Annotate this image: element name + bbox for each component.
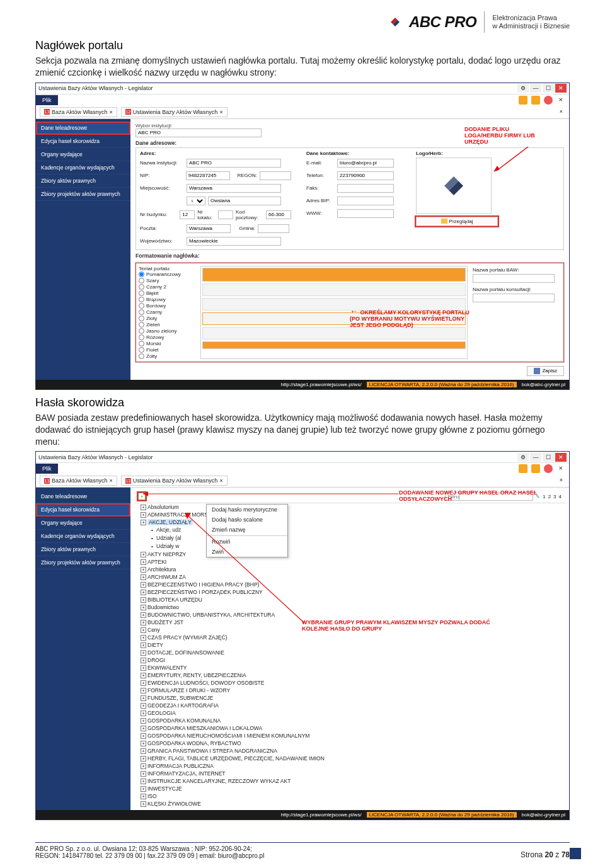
color-radio[interactable]: Różowy	[139, 334, 195, 340]
help-icon[interactable]	[544, 96, 553, 105]
tabbar-close-icon[interactable]: ×	[557, 107, 565, 117]
toolbar-close-icon[interactable]: ×	[556, 464, 565, 473]
color-radio[interactable]: Żółty	[139, 353, 195, 359]
sidebar-item-zbiory-aktow[interactable]: Zbiory aktów prawnych	[36, 543, 130, 556]
sidebar-item-hasla[interactable]: Edycja haseł skorowidza	[36, 135, 130, 148]
nazwa-kons-input[interactable]	[473, 294, 555, 302]
tree-item[interactable]: +EWIDENCJA LUDNOŚCI, DOWODY OSOBISTE	[141, 679, 565, 687]
sidebar-item-organy[interactable]: Organy wydające	[36, 148, 130, 161]
sidebar-item-zbiory-projektow[interactable]: Zbiory projektów aktów prawnych	[36, 188, 130, 201]
sidebar-item-organy[interactable]: Organy wydające	[36, 517, 130, 530]
color-radio[interactable]: Szary	[139, 278, 195, 283]
color-radio[interactable]: Zieleń	[139, 322, 195, 328]
sidebar-item-kadencje[interactable]: Kadencje organów wydających	[36, 530, 130, 543]
tree-item[interactable]: +CZAS PRACY (WYMIAR ZAJĘĆ)	[141, 634, 565, 641]
tab-close-icon[interactable]: ×	[219, 109, 222, 115]
www-input[interactable]	[337, 209, 394, 218]
toolbar-icon-2[interactable]	[531, 464, 540, 473]
zapisz-button[interactable]: Zapisz	[527, 366, 564, 376]
kod-input[interactable]	[266, 210, 291, 219]
color-radio[interactable]: Złoty	[139, 316, 195, 321]
tree-item[interactable]: +HERBY, FLAGI, TABLICE URZĘDOWE, PIECZĘC…	[141, 755, 565, 762]
woj-input[interactable]	[187, 237, 281, 246]
sidebar-item-dane[interactable]: Dane teleadresowe	[36, 490, 130, 503]
tree-item[interactable]: +EMERYTURY, RENTY, UBEZPIECZENIA	[141, 671, 565, 679]
win-maximize-icon[interactable]: ☐	[543, 453, 554, 462]
przegladaj-button[interactable]: Przeglądaj	[416, 217, 498, 226]
tab-close-icon[interactable]: ×	[219, 477, 222, 484]
instytucja-select[interactable]	[135, 128, 262, 137]
toolbar-icon-2[interactable]	[531, 96, 540, 105]
faks-input[interactable]	[337, 184, 394, 193]
color-radio[interactable]: Brązowy	[139, 297, 195, 302]
sidebar-item-hasla[interactable]: Edycja haseł skorowidza	[36, 503, 130, 517]
color-radio[interactable]: Fiolet	[139, 347, 195, 353]
ulica-input[interactable]	[208, 197, 281, 205]
tree-item[interactable]: +INFORMATYZACJA, INTERNET	[141, 770, 565, 777]
tree-item[interactable]: +GEOLOGIA	[141, 709, 565, 717]
nrbud-input[interactable]	[180, 210, 195, 219]
tab-baza[interactable]: 13Baza Aktów Własnych×	[40, 476, 117, 486]
email-input[interactable]	[337, 159, 394, 168]
tree-item[interactable]: +INFORMACJA PUBLICZNA	[141, 762, 565, 770]
color-radio[interactable]: Jasno zielony	[139, 328, 195, 334]
win-minimize-icon[interactable]: —	[530, 453, 541, 462]
tab-baza[interactable]: 13Baza Aktów Własnych×	[40, 107, 117, 117]
color-radio[interactable]: Morski	[139, 341, 195, 346]
tree-item[interactable]: +DOTACJE, DOFINANSOWANIE	[141, 649, 565, 656]
color-radio[interactable]: Czarny 2	[139, 284, 195, 290]
tree-item[interactable]: +INWESTYCJE	[141, 785, 565, 792]
win-maximize-icon[interactable]: ☐	[543, 84, 554, 93]
regon-input[interactable]	[260, 171, 291, 180]
tree-item[interactable]: +GEODEZJA I KARTOGRAFIA	[141, 702, 565, 709]
tree-item[interactable]: +GOSPODARKA MIESZKANIOWA I LOKALOWA	[141, 724, 565, 732]
gmina-input[interactable]	[258, 224, 289, 233]
tree-item[interactable]: +EKWIWALENTY	[141, 664, 565, 671]
tree-item[interactable]: +GRANICA PAŃSTWOWA I STREFA NADGRANICZNA	[141, 747, 565, 755]
tree-item[interactable]: +FORMULARZE I DRUKI - WZORY	[141, 687, 565, 694]
tel-input[interactable]	[337, 171, 394, 180]
nazwa-baw-input[interactable]	[473, 274, 555, 283]
tree-item[interactable]: +GOSPODARKA KOMUNALNA	[141, 717, 565, 724]
help-icon[interactable]	[544, 464, 553, 473]
tree-item[interactable]: +Absolutorium	[141, 503, 565, 511]
win-minimize-icon[interactable]: —	[530, 84, 541, 93]
tab-ustawienia[interactable]: 12Ustawienia Bazy Aktów Własnych×	[121, 107, 228, 117]
tab-close-icon[interactable]: ×	[110, 477, 113, 484]
tree-item[interactable]: +DIETY	[141, 641, 565, 649]
color-radio[interactable]: Bordowy	[139, 303, 195, 309]
menu-plik[interactable]: Plik	[36, 464, 58, 474]
nip-input[interactable]	[186, 171, 230, 180]
tree-item[interactable]: +KLĘSKI ŻYWIOŁOWE	[141, 800, 565, 808]
bip-input[interactable]	[337, 197, 394, 205]
tree-item[interactable]: +DROGI	[141, 656, 565, 664]
nazwa-input[interactable]	[187, 159, 281, 168]
win-settings-icon[interactable]: ⚙	[517, 84, 529, 93]
tab-close-icon[interactable]: ×	[110, 109, 113, 115]
color-radio[interactable]: Czarny	[139, 309, 195, 315]
tab-ustawienia[interactable]: 13Ustawienia Bazy Aktów Własnych×	[121, 476, 228, 486]
toolbar-icon-1[interactable]	[519, 464, 527, 473]
win-settings-icon[interactable]: ⚙	[517, 453, 529, 462]
tree-item[interactable]: +GOSPODARKA WODNA, RYBACTWO	[141, 740, 565, 747]
tree-item[interactable]: +GOSPODARKA NIERUCHOMOŚCIAMI I MIENIEM K…	[141, 732, 565, 740]
nrlok-input[interactable]	[218, 210, 233, 219]
tree-item[interactable]: +ISO	[141, 792, 565, 800]
tabbar-close-icon[interactable]: ×	[557, 476, 565, 486]
sidebar-item-zbiory-projektow[interactable]: Zbiory projektów aktów prawnych	[36, 556, 130, 569]
miejscowosc-input[interactable]	[187, 184, 281, 193]
sidebar-item-dane[interactable]: Dane teleadresowe	[36, 122, 130, 135]
tree-item[interactable]: +INSTRUKCJE KANCELARYJNE, RZECZOWY WYKAZ…	[141, 777, 565, 785]
toolbar-close-icon[interactable]: ×	[556, 96, 565, 105]
tree-item[interactable]: +FUNDUSZE, SUBWENCJE	[141, 694, 565, 702]
toolbar-icon-1[interactable]	[519, 96, 527, 105]
win-close-icon[interactable]: ✕	[555, 453, 567, 462]
ulica-type-select[interactable]: ul	[187, 197, 205, 205]
sidebar-item-zbiory-aktow[interactable]: Zbiory aktów prawnych	[36, 174, 130, 188]
win-close-icon[interactable]: ✕	[555, 84, 567, 93]
menu-plik[interactable]: Plik	[36, 95, 58, 105]
poczta-input[interactable]	[187, 224, 231, 233]
color-radio[interactable]: Błękit	[139, 290, 195, 296]
sidebar-item-kadencje[interactable]: Kadencje organów wydających	[36, 161, 130, 174]
color-radio[interactable]: Pomarańczowy	[139, 271, 195, 277]
